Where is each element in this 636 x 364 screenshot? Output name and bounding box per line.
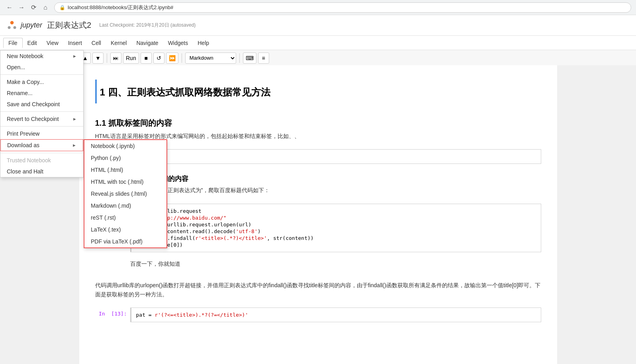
in-prompt-13: In [13]:: [95, 308, 127, 317]
menu-revert-checkpoint[interactable]: Revert to Checkpoint ►: [0, 113, 83, 125]
notebook-title: 正则表达式2: [47, 20, 91, 31]
menu-cell[interactable]: Cell: [87, 38, 106, 48]
output-cell-12: 百度一下，你就知道: [95, 255, 541, 272]
menu-widgets[interactable]: Widgets: [163, 38, 193, 48]
jupyter-logo-icon: [6, 20, 18, 31]
jupyter-header: jupyter 正则表达式2 Last Checkpoint: 2019年1月2…: [0, 15, 636, 36]
svg-point-2: [14, 26, 16, 29]
download-rst[interactable]: reST (.rst): [84, 212, 166, 224]
code-line-c2-2: url = "http://www.baidu.com/": [136, 215, 536, 221]
restart-run-button[interactable]: ⏩: [166, 53, 178, 64]
browser-bar: ← → ⟳ ⌂ 🔒 localhost:8888/notebooks/正则表达式…: [0, 0, 636, 15]
cell-heading1: 1 四、正则表达式抓取网络数据常见方法: [95, 76, 541, 107]
download-html[interactable]: HTML (.html): [84, 164, 166, 176]
download-as-submenu: Notebook (.ipynb) Python (.py) HTML (.ht…: [84, 139, 167, 248]
separator4: [182, 53, 182, 63]
code-line-c2-6: print(title[0]): [136, 242, 536, 248]
run-label: Run: [126, 55, 136, 61]
svg-point-0: [10, 21, 14, 24]
separator-1: [0, 74, 83, 75]
menu-view[interactable]: View: [42, 38, 63, 48]
run-button[interactable]: Run: [123, 53, 139, 64]
url-text: localhost:8888/notebooks/正则表达式2.ipynb#: [68, 4, 173, 11]
interrupt-button[interactable]: ■: [141, 53, 152, 64]
menu-rename[interactable]: Rename...: [0, 88, 83, 99]
menu-save-checkpoint[interactable]: Save and Checkpoint: [0, 99, 83, 110]
code-input-12[interactable]: import urllib.request url = "http://www.…: [130, 204, 541, 252]
code-line-1: import re: [136, 154, 536, 160]
checkpoint-info: Last Checkpoint: 2019年1月20日 (autosaved): [99, 22, 196, 29]
menu-file[interactable]: File: [3, 38, 23, 48]
download-py[interactable]: Python (.py): [84, 152, 166, 164]
menu-edit[interactable]: Edit: [23, 38, 42, 48]
output-text-12: 百度一下，你就知道: [130, 255, 180, 272]
download-pdf[interactable]: PDF via LaTeX (.pdf): [84, 236, 166, 247]
restart-button[interactable]: ↺: [153, 53, 164, 64]
back-button[interactable]: ←: [5, 3, 14, 12]
toolbar: 💾 + ✂ ⎘ 📋 ▲ ▼ ⏭ Run ■ ↺ ⏩ Markdown Code …: [0, 50, 636, 66]
code-input-13[interactable]: pat = r'(?<=<title>).*?(?=</title>)': [130, 308, 541, 322]
download-latex[interactable]: LaTeX (.tex): [84, 224, 166, 236]
menu-close-halt[interactable]: Close and Halt: [0, 166, 83, 177]
svg-point-1: [8, 26, 11, 29]
code-input-1[interactable]: import re: [130, 149, 541, 164]
menu-print-preview[interactable]: Print Preview: [0, 128, 83, 139]
code-line-c2-4: content = content.read().decode('utf-8'): [136, 228, 536, 234]
cell-toolbar-button[interactable]: ≡: [258, 53, 269, 64]
menu-trusted-notebook[interactable]: Trusted Notebook: [0, 155, 83, 166]
file-dropdown: New Notebook ► Open... Make a Copy... Re…: [0, 50, 84, 177]
jupyter-logo: jupyter: [6, 20, 42, 31]
notebook-para3: 百度一下，你就知道: [130, 259, 180, 268]
separator3: [107, 53, 107, 63]
separator-4: [0, 153, 83, 153]
move-down-button[interactable]: ▼: [92, 53, 104, 64]
code-line-c2-1: import urllib.request: [136, 208, 536, 214]
notebook-heading1: 1 四、正则表达式抓取网络数据常见方法: [100, 86, 270, 99]
code-line-c2-3: content = urllib.request.urlopen(url): [136, 222, 536, 228]
chevron-right-icon: ►: [72, 54, 77, 58]
lock-icon: 🔒: [59, 5, 65, 10]
code-line-c2-5: title = re.findall(r'<title>(.*?)</title…: [136, 235, 536, 241]
forward-button[interactable]: →: [17, 3, 26, 12]
menu-download-as[interactable]: Download as ►: [0, 139, 83, 151]
cell-explanation: 代码调用urllib库的urlopen()函数打开超链接，并借用正则表达式库中的…: [95, 275, 541, 304]
menu-open[interactable]: Open...: [0, 62, 83, 73]
notebook-para4: 代码调用urllib库的urlopen()函数打开超链接，并借用正则表达式库中的…: [95, 281, 541, 299]
menu-help[interactable]: Help: [193, 38, 214, 48]
step-button[interactable]: ⏭: [110, 53, 121, 64]
chevron-right-icon-3: ►: [72, 143, 76, 148]
download-html-toc[interactable]: HTML with toc (.html): [84, 176, 166, 188]
separator-2: [0, 111, 83, 112]
address-bar[interactable]: 🔒 localhost:8888/notebooks/正则表达式2.ipynb#: [54, 2, 631, 13]
reload-button[interactable]: ⟳: [29, 3, 38, 12]
menu-make-copy[interactable]: Make a Copy...: [0, 76, 83, 88]
menu-navigate[interactable]: Navigate: [131, 38, 163, 48]
keyboard-shortcuts-button[interactable]: ⌨: [243, 53, 256, 64]
jupyter-label: jupyter: [21, 21, 42, 29]
download-ipynb[interactable]: Notebook (.ipynb): [84, 140, 166, 152]
download-revealjs[interactable]: Reveal.js slides (.html): [84, 188, 166, 200]
menu-insert[interactable]: Insert: [63, 38, 87, 48]
code-line-c3-1: pat = r'(?<=<title>).*?(?=</title>)': [136, 312, 536, 318]
download-md[interactable]: Markdown (.md): [84, 200, 166, 212]
menu-bar: File Edit View Insert Cell Kernel Naviga…: [0, 36, 636, 50]
menu-kernel[interactable]: Kernel: [106, 38, 131, 48]
chevron-right-icon-2: ►: [72, 117, 77, 121]
cell-active-bar: [95, 80, 97, 103]
separator5: [239, 53, 240, 63]
separator-3: [0, 126, 83, 127]
nav-buttons: ← → ⟳ ⌂: [5, 3, 50, 12]
home-button[interactable]: ⌂: [41, 3, 50, 12]
cell-type-select[interactable]: Markdown Code Raw NBConvert Heading: [185, 53, 236, 64]
notebook-heading2-1: 1.1 抓取标签间的内容: [95, 118, 541, 128]
menu-new-notebook[interactable]: New Notebook ►: [0, 51, 83, 62]
code-cell-13: In [13]: pat = r'(?<=<title>).*?(?=</tit…: [95, 308, 541, 322]
